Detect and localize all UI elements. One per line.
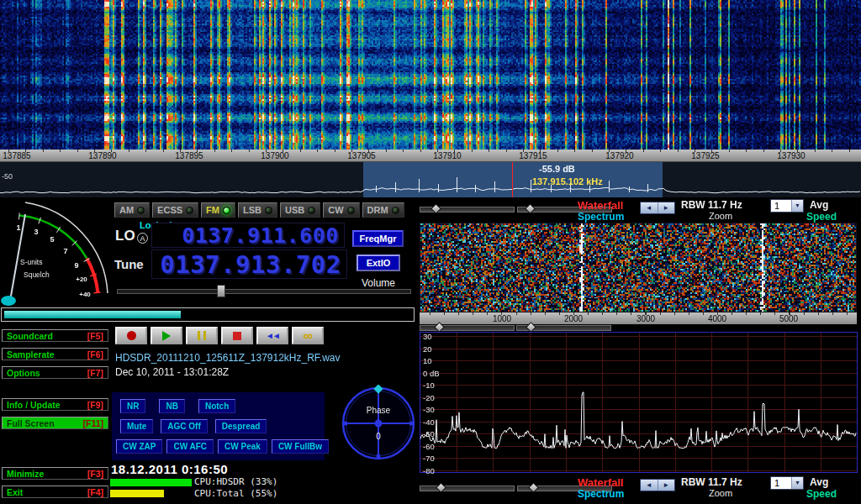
mode-label: ECSS — [157, 205, 182, 215]
arrow-right-icon[interactable]: ► — [658, 202, 675, 213]
db-axis-label: -50 — [423, 429, 435, 438]
db-axis-label: -60 — [423, 442, 435, 451]
waterfall-brightness-slider-2[interactable] — [420, 486, 515, 491]
db-axis-label: 30 — [423, 332, 432, 341]
freqmgr-button[interactable]: FreqMgr — [352, 230, 404, 247]
exit-button[interactable]: Exit[F4] — [2, 486, 108, 498]
despread-button[interactable]: Despread — [215, 419, 267, 433]
main-spectrum-canvas[interactable] — [0, 162, 861, 197]
play-button[interactable] — [151, 327, 182, 344]
main-waterfall[interactable] — [0, 0, 861, 150]
squelch-level-bar[interactable] — [1, 307, 415, 322]
chevron-down-icon[interactable]: ▼ — [791, 200, 803, 212]
stop-icon — [233, 332, 241, 340]
info-update-button[interactable]: Info / Update[F9] — [2, 398, 108, 411]
agc-off-button[interactable]: AGC Off — [161, 419, 207, 433]
mode-lsb-button[interactable]: LSB — [238, 202, 277, 218]
record-button[interactable] — [115, 327, 147, 344]
fullscreen-button[interactable]: Full Screen[F11] — [2, 417, 108, 429]
spectrum-label[interactable]: Spectrum — [578, 211, 624, 223]
mode-label: DRM — [367, 205, 388, 215]
waterfall-brightness-slider[interactable] — [420, 207, 515, 213]
db-axis-label: -10 — [423, 381, 435, 390]
volume-label: Volume — [362, 277, 395, 289]
volume-slider[interactable] — [117, 289, 411, 294]
freq-label: 137885 — [3, 151, 30, 160]
cpu-total-bar — [110, 490, 164, 497]
smeter-tick-label: +20 — [76, 276, 87, 283]
button-key: [F6] — [87, 349, 103, 360]
volume-slider-thumb[interactable] — [217, 285, 225, 297]
chevron-down-icon[interactable]: ▼ — [791, 477, 803, 489]
arrow-right-icon[interactable]: ► — [658, 480, 675, 491]
options-button[interactable]: Options[F7] — [2, 366, 108, 379]
mode-ecss-button[interactable]: ECSS — [152, 202, 198, 218]
extio-button[interactable]: ExtIO — [357, 255, 400, 271]
notch-button[interactable]: Notch — [198, 399, 235, 413]
scale-label: 3000 — [637, 314, 655, 323]
avg-select[interactable]: 1 ▼ — [770, 199, 804, 213]
freq-label: 137890 — [88, 151, 116, 160]
samplerate-button[interactable]: Samplerate[F6] — [2, 348, 108, 360]
mode-label: LSB — [243, 205, 261, 215]
mode-label: AM — [119, 205, 134, 215]
avg-select-2[interactable]: 1 ▼ — [770, 476, 804, 490]
mode-cw-button[interactable]: CW — [323, 202, 359, 218]
main-spectrum[interactable]: -50 -55.9 dB 137.915.102 kHz — [0, 161, 861, 197]
slider-thumb[interactable] — [528, 482, 539, 493]
rewind-button[interactable]: ◄◄ — [256, 327, 288, 344]
playback-datestamp: Dec 10, 2011 - 13:01:28Z — [115, 366, 229, 378]
cpu-total-label: CPU:Total (55%) — [194, 488, 277, 499]
cw-fullbw-button[interactable]: CW FullBw — [272, 439, 329, 454]
button-label: Samplerate — [7, 349, 55, 360]
lo-frequency-display[interactable]: 0137.911.600 — [151, 223, 345, 248]
button-key: [F9] — [87, 400, 103, 410]
button-key: [F5] — [87, 331, 103, 341]
tune-frequency-display[interactable]: 0137.913.702 — [151, 249, 347, 279]
mode-am-button[interactable]: AM — [114, 202, 150, 218]
mode-usb-button[interactable]: USB — [280, 202, 320, 218]
arrow-left-icon[interactable]: ◄ — [641, 480, 658, 491]
zoom-spectrum[interactable] — [420, 332, 858, 473]
stop-button[interactable] — [221, 327, 253, 344]
pause-button[interactable] — [186, 327, 218, 344]
lo-label: LO — [115, 228, 135, 244]
frequency-scale[interactable]: 137885 137890 137895 137900 137905 13791… — [0, 150, 861, 161]
cw-zap-button[interactable]: CW ZAP — [116, 439, 162, 454]
slider-thumb[interactable] — [525, 203, 536, 214]
spectrum-max-slider[interactable] — [516, 325, 611, 331]
soundcard-button[interactable]: Soundcard[F5] — [2, 329, 108, 342]
zoom-frequency-scale[interactable]: 1000 2000 3000 4000 5000 — [420, 312, 857, 324]
button-label: Info / Update — [7, 400, 61, 410]
meter-pivot-knob[interactable] — [1, 296, 16, 306]
waterfall-label[interactable]: Waterfall — [578, 199, 623, 212]
mode-drm-button[interactable]: DRM — [362, 202, 404, 218]
zoom-spectrum-canvas[interactable] — [420, 333, 857, 472]
spectrum-label[interactable]: Spectrum — [578, 488, 624, 500]
smeter-tick-label: 1 — [16, 223, 20, 232]
loop-button[interactable]: ∞ — [292, 327, 324, 344]
lo-lock-badge-icon[interactable]: A — [137, 233, 148, 244]
freq-readout: 137.915.102 kHz — [532, 176, 603, 186]
db-axis-label: -70 — [423, 454, 435, 463]
arrow-left-icon[interactable]: ◄ — [641, 202, 658, 213]
mode-fm-button[interactable]: FM — [201, 202, 235, 218]
db-axis-label: -80 — [423, 466, 435, 475]
meter-ticks — [19, 213, 90, 261]
freq-label: 137895 — [175, 151, 203, 160]
mode-led — [186, 207, 193, 214]
minimize-button[interactable]: Minimize[F3] — [2, 467, 108, 480]
nb-button[interactable]: NB — [159, 399, 184, 413]
spectrum-min-slider[interactable] — [420, 325, 515, 331]
slider-thumb[interactable] — [436, 482, 446, 493]
waterfall-label[interactable]: Waterfall — [578, 476, 623, 489]
cw-afc-button[interactable]: CW AFC — [166, 439, 214, 454]
slider-thumb[interactable] — [430, 203, 441, 214]
cw-peak-button[interactable]: CW Peak — [218, 439, 267, 454]
zoom-waterfall[interactable] — [420, 223, 857, 312]
mode-led — [347, 207, 355, 214]
nr-button[interactable]: NR — [120, 399, 145, 413]
sunits-label: S-units — [20, 258, 42, 266]
mute-button[interactable]: Mute — [120, 419, 153, 433]
db-axis-label: 20 — [423, 344, 432, 354]
